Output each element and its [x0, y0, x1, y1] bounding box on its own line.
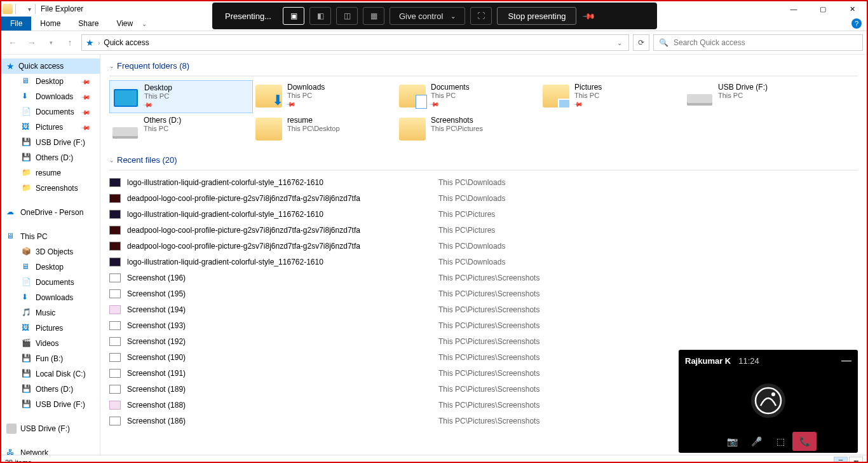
- back-button[interactable]: ←: [5, 35, 20, 50]
- sidebar-item-downloads[interactable]: ⬇Downloads📌: [1, 89, 100, 104]
- folder-tile-desktop[interactable]: Desktop This PC 📌: [109, 80, 253, 113]
- recent-dropdown-icon[interactable]: ▾: [43, 35, 58, 50]
- qat-dropdown-icon[interactable]: ▾: [28, 6, 31, 13]
- icons-view-button[interactable]: ▦: [849, 457, 863, 464]
- sidebar-item-screenshots[interactable]: 📁Screenshots: [1, 181, 100, 196]
- file-location: This PC\Downloads: [438, 178, 505, 187]
- details-view-button[interactable]: ☰: [834, 457, 848, 464]
- forward-button[interactable]: →: [24, 35, 39, 50]
- sidebar-item-documents[interactable]: 📄Documents📌: [1, 104, 100, 120]
- sidebar-item-others-d-[interactable]: 💾Others (D:): [1, 150, 100, 165]
- give-control-button[interactable]: Give control ⌄: [390, 7, 465, 25]
- sidebar-item-local-disk-c-[interactable]: 💾Local Disk (C:): [1, 366, 100, 382]
- folder-tile-usb-drive-f-[interactable]: USB Drive (F:) This PC: [684, 80, 827, 113]
- address-bar[interactable]: ★ › Quick access ⌄: [81, 34, 629, 51]
- sidebar-item-music[interactable]: 🎵Music: [1, 305, 100, 321]
- file-row[interactable]: Screenshot (192) This PC\Pictures\Screen…: [109, 333, 858, 349]
- file-name: Screenshot (190): [127, 353, 432, 362]
- hangup-button[interactable]: 📞: [792, 432, 817, 451]
- sidebar-usb-drive[interactable]: USB Drive (F:): [1, 421, 100, 436]
- folder-location: This PC: [144, 92, 172, 100]
- help-icon[interactable]: ?: [851, 18, 862, 29]
- file-row[interactable]: Screenshot (196) This PC\Pictures\Screen…: [109, 270, 858, 286]
- share-button[interactable]: ⬚: [768, 432, 792, 451]
- layout-reporter-button[interactable]: ▦: [363, 7, 384, 25]
- file-row[interactable]: logo-illustration-liquid-gradient-colorf…: [109, 206, 858, 222]
- sidebar-network[interactable]: 🖧 Network: [1, 445, 100, 455]
- sidebar-item-label: Local Disk (C:): [36, 370, 86, 378]
- file-location: This PC\Pictures\Screenshots: [438, 321, 539, 330]
- file-row[interactable]: Screenshot (193) This PC\Pictures\Screen…: [109, 317, 858, 333]
- file-row[interactable]: logo-illustration-liquid-gradient-colorf…: [109, 174, 858, 190]
- file-row[interactable]: deadpool-logo-cool-profile-picture-g2sv7…: [109, 238, 858, 254]
- folder-location: This PC: [431, 92, 470, 99]
- section-frequent-folders[interactable]: ⌄ Frequent folders (8): [100, 59, 867, 74]
- pin-icon: 📌: [81, 107, 91, 117]
- folder-tile-others-d-[interactable]: Others (D:) This PC: [109, 113, 253, 146]
- sidebar-item-downloads[interactable]: ⬇Downloads: [1, 290, 100, 305]
- layout-side-by-side-button[interactable]: ◫: [336, 7, 358, 25]
- maximize-button[interactable]: ▢: [808, 1, 837, 17]
- sidebar[interactable]: ★ Quick access 🖥Desktop📌⬇Downloads📌📄Docu…: [1, 55, 100, 455]
- pin-icon[interactable]: 📌: [582, 9, 596, 23]
- minimize-call-button[interactable]: —: [841, 355, 851, 366]
- file-row[interactable]: logo-illustration-liquid-gradient-colorf…: [109, 254, 858, 270]
- file-row[interactable]: deadpool-logo-cool-profile-picture-g2sv7…: [109, 222, 858, 238]
- address-dropdown-icon[interactable]: ⌄: [614, 39, 625, 46]
- breadcrumb[interactable]: Quick access: [104, 38, 149, 47]
- sidebar-item-desktop[interactable]: 🖥Desktop📌: [1, 74, 100, 89]
- sidebar-item-desktop[interactable]: 🖥Desktop: [1, 259, 100, 275]
- tab-view[interactable]: View: [107, 17, 142, 31]
- section-recent-files[interactable]: ⌄ Recent files (20): [100, 153, 867, 169]
- folder-icon: 🎵: [22, 308, 32, 318]
- folder-tile-documents[interactable]: Documents This PC 📌: [397, 80, 540, 113]
- close-button[interactable]: ✕: [837, 1, 867, 17]
- sidebar-onedrive[interactable]: ☁ OneDrive - Person: [1, 205, 100, 220]
- folder-tile-screenshots[interactable]: Screenshots This PC\Pictures: [397, 113, 540, 146]
- file-row[interactable]: Screenshot (194) This PC\Pictures\Screen…: [109, 301, 858, 317]
- sidebar-item-label: OneDrive - Person: [20, 208, 83, 217]
- sidebar-item-usb-drive-f-[interactable]: 💾USB Drive (F:): [1, 135, 100, 150]
- sidebar-item-pictures[interactable]: 🖼Pictures: [1, 321, 100, 336]
- stop-presenting-button[interactable]: Stop presenting: [497, 7, 576, 25]
- file-thumbnail: [109, 210, 121, 219]
- search-input[interactable]: 🔍 Search Quick access: [653, 34, 863, 51]
- pin-icon: 📌: [81, 76, 91, 86]
- file-thumbnail: [109, 273, 121, 282]
- folder-icon: 💾: [22, 399, 32, 410]
- sidebar-quick-access[interactable]: ★ Quick access: [1, 59, 100, 74]
- tab-file[interactable]: File: [1, 17, 31, 31]
- up-button[interactable]: ↑: [62, 35, 78, 50]
- sidebar-item-3d-objects[interactable]: 📦3D Objects: [1, 244, 100, 259]
- sidebar-item-documents[interactable]: 📄Documents: [1, 275, 100, 290]
- teams-call-panel[interactable]: Rajkumar K 11:24 — 📷 🎤 ⬚ 📞: [679, 350, 858, 453]
- mic-button[interactable]: 🎤: [744, 432, 768, 451]
- sidebar-item-others-d-[interactable]: 💾Others (D:): [1, 382, 100, 397]
- sidebar-item-fun-b-[interactable]: 💾Fun (B:): [1, 351, 100, 366]
- folder-tile-pictures[interactable]: Pictures This PC 📌: [540, 80, 684, 113]
- file-row[interactable]: deadpool-logo-cool-profile-picture-g2sv7…: [109, 190, 858, 206]
- sidebar-item-videos[interactable]: 🎬Videos: [1, 336, 100, 351]
- layout-standout-button[interactable]: ◧: [309, 7, 331, 25]
- file-name: Screenshot (192): [127, 337, 432, 346]
- refresh-button[interactable]: ⟳: [633, 34, 649, 51]
- sidebar-this-pc[interactable]: 🖥 This PC: [1, 229, 100, 244]
- minimize-button[interactable]: —: [779, 1, 808, 17]
- folder-tile-downloads[interactable]: ⬇ Downloads This PC 📌: [253, 80, 397, 113]
- tab-home[interactable]: Home: [31, 17, 69, 31]
- ribbon-expand-icon[interactable]: ⌄: [142, 20, 147, 27]
- sidebar-item-usb-drive-f-[interactable]: 💾USB Drive (F:): [1, 397, 100, 412]
- qat-icon[interactable]: [15, 4, 25, 14]
- sidebar-item-pictures[interactable]: 🖼Pictures📌: [1, 120, 100, 135]
- explorer-icon: [3, 4, 13, 14]
- sidebar-item-resume[interactable]: 📁resume: [1, 165, 100, 181]
- drive-icon: [6, 424, 17, 434]
- folder-tile-resume[interactable]: resume This PC\Desktop: [253, 113, 397, 146]
- tab-share[interactable]: Share: [69, 17, 107, 31]
- file-thumbnail: [109, 385, 121, 394]
- file-name: Screenshot (188): [127, 401, 432, 410]
- layout-content-only-button[interactable]: ▣: [283, 7, 304, 25]
- file-row[interactable]: Screenshot (195) This PC\Pictures\Screen…: [109, 286, 858, 301]
- annotate-button[interactable]: ⛶: [470, 7, 492, 25]
- camera-button[interactable]: 📷: [720, 432, 744, 451]
